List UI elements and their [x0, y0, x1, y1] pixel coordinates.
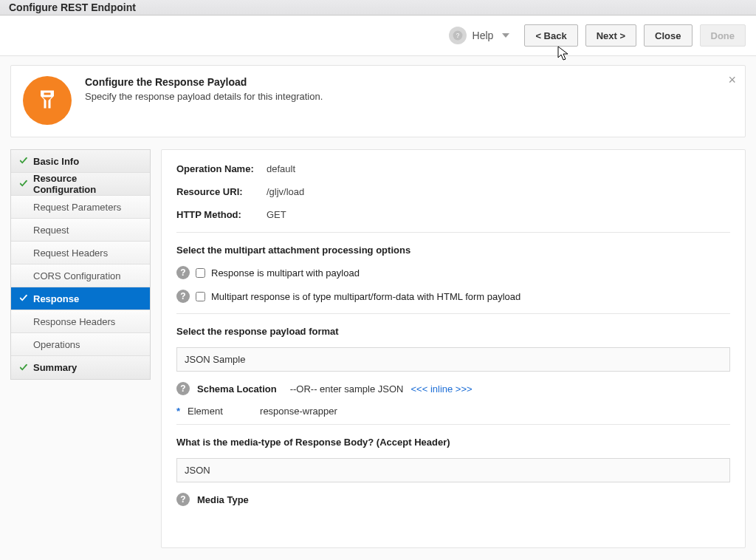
element-value: response-wrapper [260, 406, 337, 417]
schema-location-label: Schema Location [197, 383, 277, 395]
check-icon [18, 179, 29, 189]
resource-uri-label: Resource URI: [176, 186, 267, 197]
nav-item-request-parameters[interactable]: Request Parameters [11, 196, 150, 219]
schema-or-text: --OR-- enter sample JSON [290, 383, 404, 395]
nav-item-operations[interactable]: Operations [11, 333, 150, 356]
media-type-select[interactable]: JSON [176, 458, 730, 482]
nav-item-label: Operations [33, 339, 80, 350]
check-icon [18, 363, 29, 373]
element-row: * Element response-wrapper [176, 406, 730, 417]
banner-desc: Specify the response payload details for… [85, 91, 323, 102]
multipart-formdata-checkbox[interactable] [196, 292, 205, 301]
main-panel: Operation Name: default Resource URI: /g… [161, 149, 746, 548]
nav-item-request[interactable]: Request [11, 219, 150, 242]
element-label: Element [188, 406, 252, 417]
payload-format-section-label: Select the response payload format [176, 326, 730, 337]
help-icon: ? [449, 27, 467, 44]
help-icon[interactable]: ? [176, 382, 190, 395]
banner-text: Configure the Response Payload Specify t… [85, 76, 323, 102]
close-button[interactable]: Close [644, 24, 692, 47]
nav-item-label: CORS Configuration [33, 270, 121, 281]
help-label: Help [472, 30, 494, 41]
divider [176, 232, 730, 233]
nav-item-label: Request Headers [33, 247, 108, 259]
payload-icon [23, 76, 72, 125]
nav-item-request-headers[interactable]: Request Headers [11, 242, 150, 264]
close-icon[interactable]: × [728, 73, 736, 86]
multipart-section-label: Select the multipart attachment processi… [176, 245, 730, 256]
media-type-row: ? Media Type [176, 493, 730, 506]
divider [176, 313, 730, 314]
nav-item-label: Request Parameters [33, 202, 121, 213]
http-method-value: GET [267, 209, 286, 220]
check-icon [18, 156, 29, 166]
media-type-label: Media Type [197, 494, 249, 505]
page-title: Configure REST Endpoint [9, 1, 136, 13]
multipart-payload-checkbox[interactable] [196, 268, 205, 278]
nav-item-label: Response Headers [33, 316, 115, 327]
media-type-section-label: What is the media-type of Response Body?… [176, 437, 730, 448]
window-title-bar: Configure REST Endpoint [0, 0, 756, 16]
help-icon[interactable]: ? [176, 493, 190, 506]
nav-item-label: Resource Configuration [33, 173, 142, 195]
nav-item-label: Request [33, 225, 69, 236]
schema-location-row: ? Schema Location --OR-- enter sample JS… [176, 382, 730, 395]
divider [176, 424, 730, 425]
svg-text:?: ? [456, 33, 459, 39]
nav-item-label: Summary [33, 362, 77, 373]
next-button[interactable]: Next > [585, 24, 636, 47]
nav-item-cors-configuration[interactable]: CORS Configuration [11, 264, 150, 287]
help-icon[interactable]: ? [176, 290, 190, 303]
nav-item-label: Response [33, 293, 79, 304]
required-asterisk: * [176, 406, 180, 417]
help-dropdown[interactable]: ? Help [449, 27, 510, 44]
help-icon[interactable]: ? [176, 266, 190, 279]
multipart-option-1-label: Response is multipart with payload [211, 267, 360, 279]
check-icon [18, 293, 29, 304]
back-button[interactable]: < Back [524, 24, 577, 47]
multipart-option-2-label: Multipart response is of type multipart/… [211, 291, 520, 302]
multipart-option-1-row: ? Response is multipart with payload [176, 266, 730, 279]
done-button: Done [700, 24, 746, 47]
op-name-value: default [267, 163, 295, 174]
nav-item-response[interactable]: Response [11, 287, 150, 310]
http-method-label: HTTP Method: [176, 209, 267, 220]
nav-item-response-headers[interactable]: Response Headers [11, 310, 150, 333]
wizard-nav: Basic InfoResource ConfigurationRequest … [10, 149, 151, 380]
banner-title: Configure the Response Payload [85, 76, 323, 88]
multipart-option-2-row: ? Multipart response is of type multipar… [176, 290, 730, 303]
op-name-label: Operation Name: [176, 163, 267, 174]
payload-format-select[interactable]: JSON Sample [176, 347, 730, 372]
inline-json-link[interactable]: <<< inline >>> [411, 383, 472, 395]
nav-item-label: Basic Info [33, 156, 79, 167]
nav-item-basic-info[interactable]: Basic Info [11, 150, 150, 173]
nav-item-resource-configuration[interactable]: Resource Configuration [11, 173, 150, 196]
nav-item-summary[interactable]: Summary [11, 356, 150, 379]
toolbar: ? Help < Back Next > Close Done [0, 16, 756, 56]
banner: Configure the Response Payload Specify t… [10, 65, 746, 137]
chevron-down-icon [502, 33, 509, 38]
resource-uri-value: /gljv/load [267, 186, 304, 197]
